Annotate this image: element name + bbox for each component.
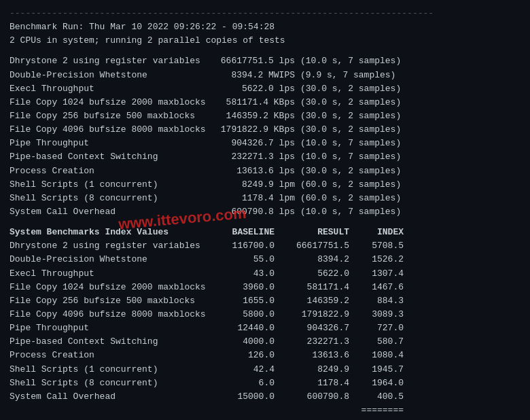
idx-row-baseline: 126.0: [207, 349, 275, 362]
idx-row-index: 5708.5: [349, 239, 404, 253]
idx-row-baseline: 55.0: [207, 253, 275, 266]
bench-label: Pipe-based Context Switching: [10, 150, 207, 164]
benchmark-row: Pipe-based Context Switching 232271.3 lp…: [10, 150, 520, 164]
idx-row-baseline: 42.4: [207, 363, 275, 377]
bench-note: (60.0 s, 2 samples): [295, 178, 520, 192]
idx-row-baseline: 6.0: [207, 377, 275, 390]
bench-value: 5622.0 lps: [207, 82, 295, 96]
header-line1: Benchmark Run: Thu Mar 10 2022 09:26:22 …: [10, 20, 520, 34]
idx-row-index: 1307.4: [349, 267, 404, 281]
index-row: Pipe Throughput 12440.0 904326.7 727.0: [10, 321, 520, 335]
benchmark-row: Pipe Throughput 904326.7 lps (10.0 s, 7 …: [10, 137, 520, 150]
idx-row-baseline: 1655.0: [207, 294, 275, 308]
bench-note: (30.0 s, 2 samples): [295, 164, 520, 178]
benchmark-row: Shell Scripts (1 concurrent) 8249.9 lpm …: [10, 178, 520, 192]
idx-header-index: INDEX: [349, 226, 404, 239]
bench-note: (30.0 s, 2 samples): [295, 109, 520, 123]
benchmark-row: Shell Scripts (8 concurrent) 1178.4 lpm …: [10, 192, 520, 205]
bench-note: (30.0 s, 2 samples): [295, 82, 520, 96]
index-row: System Call Overhead 15000.0 600790.8 40…: [10, 390, 520, 404]
bench-value: 232271.3 lps: [207, 150, 295, 164]
benchmark-row: System Call Overhead 600790.8 lps (10.0 …: [10, 205, 520, 219]
bench-label: File Copy 1024 bufsize 2000 maxblocks: [10, 96, 207, 109]
bench-value: 8394.2 MWIPS: [207, 69, 295, 82]
idx-row-index: 884.3: [349, 294, 404, 308]
idx-row-label: Double-Precision Whetstone: [10, 253, 207, 266]
idx-row-index: 1945.7: [349, 363, 404, 377]
idx-row-baseline: 15000.0: [207, 390, 275, 404]
bench-value: 904326.7 lps: [207, 137, 295, 150]
separator-top: ----------------------------------------…: [10, 7, 520, 20]
bench-label: Pipe Throughput: [10, 137, 207, 150]
bench-label: Dhrystone 2 using register variables: [10, 54, 207, 68]
benchmark-row: File Copy 1024 bufsize 2000 maxblocks 58…: [10, 96, 520, 109]
idx-row-index: 3089.3: [349, 308, 404, 321]
bench-note: (10.0 s, 7 samples): [295, 54, 520, 68]
idx-row-index: 1964.0: [349, 377, 404, 390]
bench-value: 581171.4 KBps: [207, 96, 295, 109]
idx-row-label: File Copy 1024 bufsize 2000 maxblocks: [10, 281, 207, 294]
index-row: Execl Throughput 43.0 5622.0 1307.4: [10, 267, 520, 281]
bench-value: 13613.6 lps: [207, 164, 295, 178]
bench-value: 146359.2 KBps: [207, 109, 295, 123]
idx-row-result: 581171.4: [275, 281, 349, 294]
index-row: File Copy 4096 bufsize 8000 maxblocks 58…: [10, 308, 520, 321]
index-row: File Copy 256 bufsize 500 maxblocks 1655…: [10, 294, 520, 308]
bench-value: 1178.4 lpm: [207, 192, 295, 205]
idx-row-index: 1526.2: [349, 253, 404, 266]
benchmark-row: File Copy 256 bufsize 500 maxblocks 1463…: [10, 109, 520, 123]
index-row: Process Creation 126.0 13613.6 1080.4: [10, 349, 520, 362]
benchmark-row: File Copy 4096 bufsize 8000 maxblocks 17…: [10, 123, 520, 137]
idx-row-result: 146359.2: [275, 294, 349, 308]
idx-row-result: 8394.2: [275, 253, 349, 266]
bench-label: File Copy 4096 bufsize 8000 maxblocks: [10, 123, 207, 137]
index-row: Shell Scripts (8 concurrent) 6.0 1178.4 …: [10, 377, 520, 390]
idx-row-index: 400.5: [349, 390, 404, 404]
idx-row-baseline: 5800.0: [207, 308, 275, 321]
idx-row-label: Pipe-based Context Switching: [10, 335, 207, 349]
index-row: File Copy 1024 bufsize 2000 maxblocks 39…: [10, 281, 520, 294]
idx-row-index: 1467.6: [349, 281, 404, 294]
bench-label: System Call Overhead: [10, 205, 207, 219]
bench-label: Process Creation: [10, 164, 207, 178]
bench-value: 66617751.5 lps: [207, 54, 295, 68]
index-row: Dhrystone 2 using register variables 116…: [10, 239, 520, 253]
bench-note: (10.0 s, 7 samples): [295, 137, 520, 150]
bench-label: Shell Scripts (8 concurrent): [10, 192, 207, 205]
bench-label: Shell Scripts (1 concurrent): [10, 178, 207, 192]
idx-row-label: System Call Overhead: [10, 390, 207, 404]
idx-row-result: 13613.6: [275, 349, 349, 362]
bench-value: 1791822.9 KBps: [207, 123, 295, 137]
bench-note: (9.9 s, 7 samples): [295, 69, 520, 82]
idx-row-result: 5622.0: [275, 267, 349, 281]
bench-note: (10.0 s, 7 samples): [295, 150, 520, 164]
idx-row-result: 1791822.9: [275, 308, 349, 321]
bench-label: File Copy 256 bufsize 500 maxblocks: [10, 109, 207, 123]
bench-note: (10.0 s, 7 samples): [295, 205, 520, 219]
idx-row-index: 580.7: [349, 335, 404, 349]
idx-header-baseline: BASELINE: [207, 226, 275, 239]
bench-note: (30.0 s, 2 samples): [295, 123, 520, 137]
bench-label: Double-Precision Whetstone: [10, 69, 207, 82]
idx-row-label: Pipe Throughput: [10, 321, 207, 335]
index-row: Pipe-based Context Switching 4000.0 2322…: [10, 335, 520, 349]
benchmark-row: Process Creation 13613.6 lps (30.0 s, 2 …: [10, 164, 520, 178]
idx-row-index: 727.0: [349, 321, 404, 335]
terminal-output: ----------------------------------------…: [10, 7, 520, 420]
idx-row-label: Dhrystone 2 using register variables: [10, 239, 207, 253]
idx-row-label: File Copy 256 bufsize 500 maxblocks: [10, 294, 207, 308]
idx-row-result: 8249.9: [275, 363, 349, 377]
benchmark-rows: Dhrystone 2 using register variables 666…: [10, 54, 520, 219]
idx-row-result: 600790.8: [275, 390, 349, 404]
index-row: Double-Precision Whetstone 55.0 8394.2 1…: [10, 253, 520, 266]
idx-row-baseline: 43.0: [207, 267, 275, 281]
benchmark-row: Double-Precision Whetstone 8394.2 MWIPS …: [10, 69, 520, 82]
idx-row-index: 1080.4: [349, 349, 404, 362]
index-rows: Dhrystone 2 using register variables 116…: [10, 239, 520, 404]
benchmark-row: Dhrystone 2 using register variables 666…: [10, 54, 520, 68]
idx-row-result: 232271.3: [275, 335, 349, 349]
idx-row-baseline: 116700.0: [207, 239, 275, 253]
idx-row-result: 1178.4: [275, 377, 349, 390]
index-row: Shell Scripts (1 concurrent) 42.4 8249.9…: [10, 363, 520, 377]
idx-row-baseline: 12440.0: [207, 321, 275, 335]
